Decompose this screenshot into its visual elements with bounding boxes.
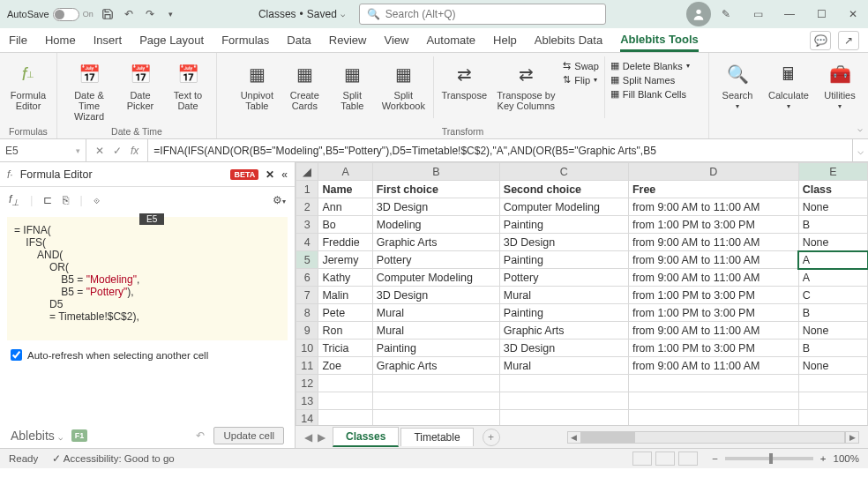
cell[interactable]: Graphic Arts [372, 357, 499, 375]
cell[interactable]: Ann [318, 198, 372, 216]
cell[interactable]: Malin [318, 287, 372, 304]
row-header-4[interactable]: 4 [296, 234, 318, 251]
save-icon[interactable] [101, 7, 115, 21]
split-workbook-button[interactable]: ▦Split Workbook [378, 56, 428, 111]
maximize-icon[interactable]: ☐ [813, 6, 829, 22]
share-icon[interactable]: ↗ [838, 31, 859, 50]
row-header-5[interactable]: 5 [296, 251, 318, 269]
zoom-control[interactable]: − + 100% [712, 453, 859, 464]
row-header-14[interactable]: 14 [296, 410, 318, 426]
formula-editor-button[interactable]: f⊥ Formula Editor [7, 56, 49, 111]
cancel-fx-icon[interactable]: ✕ [95, 145, 104, 157]
row-header-10[interactable]: 10 [296, 340, 318, 357]
row-header-2[interactable]: 2 [296, 198, 318, 216]
cell[interactable]: from 9:00 AM to 11:00 AM [628, 322, 798, 340]
delete-blanks-button[interactable]: ▦Delete Blanks ▾ [610, 60, 690, 71]
cell[interactable]: Painting [499, 251, 628, 269]
redo-icon[interactable]: ↷ [143, 7, 157, 21]
autorefresh-checkbox[interactable]: Auto-refresh when selecting another cell [0, 344, 295, 366]
col-header-D[interactable]: D [628, 163, 798, 181]
row-header-1[interactable]: 1 [296, 181, 318, 198]
col-header-C[interactable]: C [499, 163, 628, 181]
cell[interactable]: 3D Design [372, 287, 499, 304]
cell[interactable]: Pete [318, 304, 372, 322]
tab-insert[interactable]: Insert [94, 30, 123, 50]
cell[interactable]: Graphic Arts [499, 322, 628, 340]
cell[interactable] [372, 392, 499, 410]
search-button[interactable]: 🔍Search▾ [716, 56, 759, 110]
datetime-wizard-button[interactable]: 📅Date & Time Wizard [64, 56, 114, 122]
comments-icon[interactable]: 💬 [810, 31, 831, 50]
row-header-3[interactable]: 3 [296, 216, 318, 234]
normal-view-icon[interactable] [632, 451, 652, 466]
split-names-button[interactable]: ▦Split Names [610, 74, 690, 86]
cell[interactable]: Pottery [499, 269, 628, 287]
cell[interactable] [318, 375, 372, 392]
cell[interactable]: from 9:00 AM to 11:00 AM [628, 198, 798, 216]
zoom-out-icon[interactable]: − [712, 453, 718, 464]
target-icon[interactable]: ⟐ [94, 194, 100, 206]
fx-icon[interactable]: fx [131, 145, 138, 157]
cell[interactable]: from 1:00 PM to 3:00 PM [628, 216, 798, 234]
pen-icon[interactable]: ✎ [718, 6, 734, 22]
cell[interactable]: B [798, 304, 867, 322]
cell[interactable] [628, 375, 798, 392]
tab-file[interactable]: File [9, 30, 27, 50]
cell[interactable] [628, 392, 798, 410]
cell[interactable]: 3D Design [499, 234, 628, 251]
cell[interactable]: None [798, 198, 867, 216]
cell[interactable] [628, 410, 798, 426]
prev-sheet-icon[interactable]: ◀ [304, 431, 312, 444]
cell[interactable]: from 1:00 PM to 3:00 PM [628, 304, 798, 322]
tab-help[interactable]: Help [493, 30, 517, 50]
row-header-13[interactable]: 13 [296, 392, 318, 410]
close-pane-icon[interactable]: ✕ [266, 168, 274, 181]
cell[interactable]: Mural [499, 357, 628, 375]
collapse-pane-icon[interactable]: « [281, 168, 288, 181]
tab-pagelayout[interactable]: Page Layout [139, 30, 204, 50]
name-box[interactable]: E5 ▾ [0, 139, 86, 161]
cell[interactable]: from 9:00 AM to 11:00 AM [628, 269, 798, 287]
scroll-left-icon[interactable]: ◀ [567, 431, 581, 444]
undo-icon[interactable]: ↶ [196, 429, 205, 442]
expand-fx-icon[interactable]: ⌵ [852, 139, 868, 161]
avatar[interactable] [686, 2, 711, 26]
toggle-switch[interactable] [53, 8, 79, 21]
transpose-key-button[interactable]: ⇄Transpose by Key Columns [494, 56, 557, 111]
tab-view[interactable]: View [384, 30, 408, 50]
f1-badge[interactable]: F1 [71, 429, 88, 442]
sheet-table[interactable]: ◢ A B C D E 1 Name First choice Second c… [296, 162, 868, 425]
swap-button[interactable]: ⇆Swap [563, 60, 599, 71]
undo-icon[interactable]: ↶ [122, 7, 136, 21]
update-cell-button[interactable]: Update cell [213, 427, 284, 444]
cell[interactable]: Pottery [372, 251, 499, 269]
row-header-7[interactable]: 7 [296, 287, 318, 304]
document-title[interactable]: Classes • Saved ⌵ [258, 8, 345, 20]
formula-code[interactable]: E5 = IFNA( IFS( AND( OR( B5 = "Modeling"… [7, 217, 288, 340]
select-all[interactable]: ◢ [296, 163, 318, 181]
flip-button[interactable]: ⇅Flip ▾ [563, 74, 599, 86]
formula-input[interactable]: =IFNA(IFS(AND(OR(B5="Modeling",B5="Potte… [148, 139, 852, 161]
col-header-E[interactable]: E [798, 163, 867, 181]
gear-icon[interactable]: ⚙▾ [273, 194, 286, 206]
cell[interactable]: A [798, 251, 867, 269]
cell[interactable] [372, 375, 499, 392]
cell[interactable]: A [798, 269, 867, 287]
cell[interactable]: B [798, 340, 867, 357]
cell[interactable] [318, 392, 372, 410]
cell[interactable]: from 9:00 AM to 11:00 AM [628, 357, 798, 375]
cell[interactable]: Graphic Arts [372, 234, 499, 251]
cell[interactable]: Painting [499, 216, 628, 234]
date-picker-button[interactable]: 📅Date Picker [119, 56, 161, 111]
transpose-button[interactable]: ⇄Transpose [439, 56, 489, 101]
tab-ablebits-tools[interactable]: Ablebits Tools [620, 29, 699, 52]
cell[interactable]: 3D Design [499, 340, 628, 357]
tab-automate[interactable]: Automate [426, 30, 475, 50]
sheet-tab-timetable[interactable]: Timetable [400, 428, 473, 446]
cell[interactable]: B [798, 216, 867, 234]
tab-data[interactable]: Data [287, 30, 311, 50]
cell[interactable]: Bo [318, 216, 372, 234]
cell[interactable]: Painting [499, 304, 628, 322]
cell[interactable]: from 9:00 AM to 11:00 AM [628, 251, 798, 269]
indent-icon[interactable]: ⊏ [43, 194, 52, 206]
